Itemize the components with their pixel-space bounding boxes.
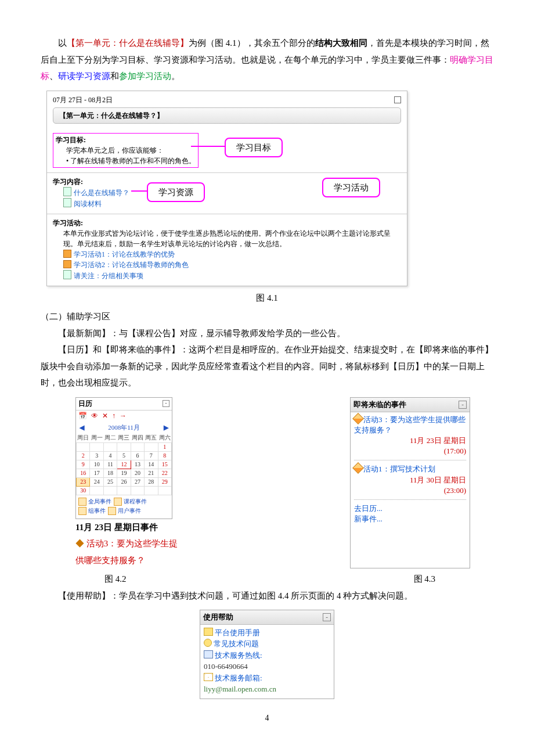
- intro-unit-ref: 【第一单元：什么是在线辅导】: [67, 38, 189, 48]
- fig44-l3[interactable]: 技术服务热线:: [215, 651, 262, 660]
- minimize-icon[interactable]: -: [163, 400, 169, 407]
- calendar-cell[interactable]: 17: [90, 469, 103, 477]
- calendar-cell[interactable]: 20: [131, 469, 144, 477]
- calendar-cell[interactable]: 11: [103, 460, 117, 469]
- calendar-cell[interactable]: 30: [77, 486, 90, 495]
- calendar-cell[interactable]: 24: [90, 477, 103, 486]
- fig42-month[interactable]: 2008年11月: [108, 423, 140, 431]
- callout-goal: 学习目标: [225, 138, 283, 158]
- intro-after-ref: 为例（图 4.1），其余五个部分的: [189, 38, 315, 48]
- fig43-ev2-date1: 11月 30日 星期日: [354, 475, 466, 485]
- intro-c2: 研读学习资源: [58, 71, 110, 81]
- fig41-content-link1[interactable]: 什么是在线辅导？: [74, 189, 129, 197]
- calendar-cell[interactable]: 14: [145, 460, 158, 469]
- figure-4-3: 即将来临的事件- 活动3：要为这些学生提供哪些支持服务？ 11月 23日 星期日…: [350, 397, 470, 569]
- next-month-icon[interactable]: ▶: [164, 423, 168, 431]
- fig43-link1[interactable]: 去日历...: [354, 503, 466, 514]
- fig43-ev2: 活动1：撰写技术计划: [354, 464, 466, 474]
- forum-icon: [63, 250, 71, 258]
- fig43-link2[interactable]: 新事件...: [354, 514, 466, 524]
- calendar-cell[interactable]: 9: [77, 460, 90, 469]
- wk-6: 周六: [158, 433, 171, 443]
- calendar-cell[interactable]: 2: [77, 451, 90, 460]
- fig43-ev1-date2: (17:00): [354, 446, 466, 456]
- calendar-cell[interactable]: 7: [145, 451, 158, 460]
- fig41-collapse-box-icon[interactable]: [394, 96, 401, 103]
- calendar-cell[interactable]: 8: [158, 451, 171, 460]
- calendar-cell: [103, 442, 117, 451]
- fig41-date-range: 07月 27日 - 08月2日: [53, 95, 113, 105]
- wk-5: 周五: [145, 433, 158, 443]
- calendar-cell: [131, 442, 144, 451]
- calendar-cell[interactable]: 5: [117, 451, 131, 460]
- fig44-l2[interactable]: 常见技术问题: [214, 639, 259, 648]
- page-number: 4: [41, 711, 493, 726]
- calendar-cell: [117, 486, 131, 495]
- event-icon: [352, 463, 364, 474]
- legend-swatch-icon: [108, 507, 116, 515]
- fig43-ev1-date1: 11月 23日 星期日: [354, 435, 466, 446]
- calendar-cell: [145, 486, 158, 495]
- doc-icon: [63, 187, 71, 196]
- prev-month-icon[interactable]: ◀: [80, 423, 84, 431]
- calendar-cell[interactable]: 12: [117, 460, 131, 469]
- calendar-cell[interactable]: 13: [131, 460, 144, 469]
- calendar-cell[interactable]: 10: [90, 460, 103, 469]
- calendar-cell[interactable]: 1: [158, 442, 171, 451]
- fig41-activity-label: 学习活动:: [53, 218, 401, 228]
- fig41-content-link2[interactable]: 阅读材料: [74, 200, 102, 208]
- wk-0: 周日: [77, 433, 90, 443]
- forum-icon: [63, 260, 71, 268]
- calendar-cell[interactable]: 23: [77, 477, 90, 486]
- calendar-cell[interactable]: 3: [90, 451, 103, 460]
- calendar-legend: 全局事件 课程事件 组事件 用户事件: [76, 495, 172, 515]
- calendar-cell[interactable]: 27: [131, 477, 144, 486]
- calendar-cell[interactable]: 18: [103, 469, 117, 477]
- calendar-cell[interactable]: 6: [131, 451, 144, 460]
- book-icon: [204, 628, 213, 636]
- event-icon: [352, 413, 364, 424]
- calendar-cell[interactable]: 19: [117, 469, 131, 477]
- legend-swatch-icon: [114, 498, 122, 506]
- calendar-cell[interactable]: 15: [158, 460, 171, 469]
- fig42-toolbar-icons[interactable]: 📅 👁 ✕ ↑ →: [76, 411, 172, 422]
- wk-4: 周四: [131, 433, 144, 443]
- legend-1b[interactable]: 课程事件: [124, 498, 147, 505]
- fig41-activity-link2[interactable]: 学习活动2：讨论在线辅导教师的角色: [74, 261, 189, 269]
- minimize-icon[interactable]: -: [323, 613, 331, 621]
- calendar-cell: [145, 442, 158, 451]
- intro-sep2: 和: [110, 71, 119, 81]
- fig41-goal-label: 学习目标:: [56, 135, 196, 145]
- calendar-cell[interactable]: 22: [158, 469, 171, 477]
- calendar-cell[interactable]: 16: [77, 469, 90, 477]
- fig44-l4[interactable]: 技术服务邮箱:: [215, 674, 262, 682]
- fig44-title: 使用帮助: [203, 611, 233, 623]
- calendar-cell[interactable]: 4: [103, 451, 117, 460]
- fig41-activity-link1[interactable]: 学习活动1：讨论在线教学的优势: [74, 250, 175, 258]
- fig43-ev2-date2: (23:00): [354, 485, 466, 496]
- legend-2b[interactable]: 用户事件: [118, 507, 141, 514]
- calendar-cell: [90, 442, 103, 451]
- legend-2a[interactable]: 组事件: [88, 507, 106, 514]
- calendar-cell: [158, 486, 171, 495]
- p-cal: 【日历】和【即将来临的事件】：这两个栏目是相呼应的。在作业开始提交、结束提交时，…: [41, 341, 493, 391]
- section2-title: （二）辅助学习区: [41, 308, 493, 325]
- fig44-phone: 010-66490664: [204, 661, 330, 672]
- intro-prefix: 以: [58, 38, 67, 48]
- calendar-cell[interactable]: 21: [145, 469, 158, 477]
- calendar-table: 周日 周一 周二 周三 周四 周五 周六 1234567891011121314…: [76, 433, 172, 495]
- calendar-cell[interactable]: 29: [158, 477, 171, 486]
- calendar-cell[interactable]: 26: [117, 477, 131, 486]
- intro-paragraph: 以【第一单元：什么是在线辅导】为例（图 4.1），其余五个部分的结构大致相同，首…: [41, 35, 493, 85]
- intro-sep1: 、: [49, 71, 58, 81]
- p-news: 【最新新闻】：与【课程公告】对应，显示辅导教师发给学员的一些公告。: [41, 325, 493, 342]
- legend-1a[interactable]: 全局事件: [88, 498, 111, 505]
- tooltip-title: 11月 23日 星期日事件: [75, 519, 180, 536]
- minimize-icon[interactable]: -: [459, 401, 467, 409]
- legend-swatch-icon: [78, 498, 86, 506]
- caption-4-1: 图 4.1: [41, 290, 493, 307]
- fig41-activity-link3[interactable]: 请关注：分组相关事项: [74, 272, 143, 280]
- calendar-cell[interactable]: 25: [103, 477, 117, 486]
- fig44-l1[interactable]: 平台使用手册: [215, 628, 260, 637]
- calendar-cell[interactable]: 28: [145, 477, 158, 486]
